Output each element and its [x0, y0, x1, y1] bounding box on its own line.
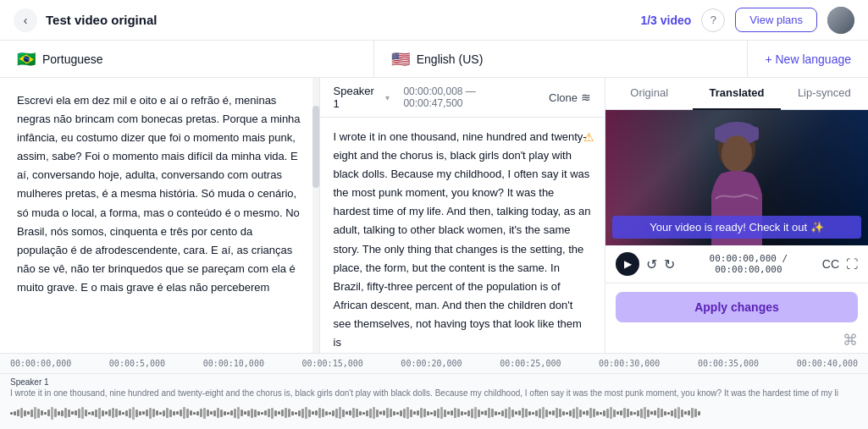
waveform-bar: [440, 407, 443, 419]
view-plans-button[interactable]: View plans: [735, 8, 817, 32]
timeline-ruler: 00:00:00,000 00:00:5,000 00:00:10,000 00…: [0, 354, 868, 374]
waveform-bar: [508, 407, 511, 419]
help-button[interactable]: ?: [701, 8, 725, 32]
source-flag: 🇧🇷: [17, 50, 36, 69]
waveform-bar: [627, 409, 629, 417]
play-button[interactable]: ▶: [616, 252, 639, 276]
waveform-bar: [308, 410, 311, 417]
waveform-bar: [166, 408, 169, 418]
main-content: Escrevi ela em dez mil e oito e aí o ref…: [0, 78, 868, 353]
waveform-bar: [251, 409, 253, 418]
waveform-bar: [288, 409, 290, 417]
waveform-bar: [169, 410, 172, 417]
forward-button[interactable]: ↻: [664, 256, 675, 272]
waveform-bar: [163, 410, 165, 416]
waveform-bar: [474, 407, 477, 419]
waveform-bar: [81, 407, 84, 419]
waveform-bar: [522, 408, 524, 418]
waveform-bar: [569, 410, 572, 416]
waveform-bar: [240, 410, 243, 416]
source-text-panel[interactable]: Escrevi ela em dez mil e oito e aí o ref…: [0, 78, 320, 353]
waveform-bar: [58, 411, 60, 415]
waveform-bar: [47, 410, 50, 416]
waveform-bar: [698, 411, 700, 415]
waveform-bar: [390, 409, 392, 417]
waveform-bar: [457, 409, 460, 417]
waveform-bar: [54, 409, 57, 417]
waveform-bars: [10, 401, 858, 425]
waveform-bar: [261, 412, 263, 415]
waveform-bar: [427, 411, 429, 415]
apply-changes-button[interactable]: Apply changes: [616, 292, 858, 322]
clone-label: Clone: [549, 91, 578, 104]
waveform-bar: [400, 410, 402, 416]
video-controls: ▶ ↺ ↻ 00:00:00,000 / 00:00:00,000 CC ⛶: [605, 245, 868, 283]
ruler-mark-2: 00:00:10,000: [203, 359, 264, 368]
waveform-bar: [98, 408, 101, 419]
waveform-bar: [217, 408, 219, 418]
waveform-bar: [667, 412, 670, 415]
waveform-bar: [671, 410, 673, 416]
waveform-bar: [356, 409, 358, 417]
waveform-bar: [393, 411, 395, 415]
waveform-bar: [207, 410, 209, 416]
tab-original[interactable]: Original: [605, 78, 693, 110]
waveform-bar: [105, 411, 108, 415]
avatar[interactable]: [827, 7, 854, 34]
waveform-bar: [51, 407, 53, 420]
waveform-bar: [633, 412, 636, 415]
fullscreen-button[interactable]: ⛶: [846, 257, 858, 271]
video-placeholder: Your video is ready! Check it out ✨: [605, 110, 868, 245]
clone-button[interactable]: Clone ≋: [549, 91, 591, 104]
new-language-button[interactable]: + New language: [748, 52, 868, 66]
timeline[interactable]: 00:00:00,000 00:00:5,000 00:00:10,000 00…: [0, 353, 868, 429]
waveform-bar: [41, 410, 43, 415]
tab-translated[interactable]: Translated: [693, 78, 780, 110]
waveform-bar: [471, 409, 473, 418]
waveform-bar: [213, 410, 216, 416]
back-button[interactable]: ‹: [14, 8, 37, 32]
page-title: Test video original: [46, 13, 157, 27]
timeline-speaker-label: Speaker 1: [10, 377, 858, 387]
speaker-selector[interactable]: Speaker 1 ▾: [334, 85, 390, 110]
waveform-bar: [444, 410, 446, 417]
waveform-bar: [78, 409, 80, 418]
waveform-bar: [437, 409, 440, 418]
waveform-bar: [606, 409, 609, 418]
waveform-bar: [677, 407, 680, 419]
waveform-bar: [227, 412, 229, 415]
waveform-bar: [518, 410, 521, 415]
waveform-bar: [376, 410, 379, 417]
waveform-bar: [640, 409, 643, 418]
waveform-bar: [352, 408, 355, 418]
waveform-bar: [661, 409, 663, 417]
waveform-bar: [403, 409, 406, 418]
waveform-bar: [366, 410, 368, 416]
waveform-bar: [559, 409, 561, 417]
rewind-button[interactable]: ↺: [646, 256, 657, 272]
waveform-bar: [488, 408, 490, 418]
waveform-bar: [596, 411, 599, 415]
waveform-bar: [654, 410, 656, 415]
waveform-bar: [108, 410, 111, 416]
waveform-bar: [681, 410, 683, 417]
waveform-bar: [362, 412, 365, 415]
waveform-bar: [603, 410, 605, 416]
ruler-mark-7: 00:00:35,000: [698, 359, 759, 368]
waveform-bar: [542, 407, 545, 419]
waveform-bar: [152, 409, 155, 417]
waveform-bar: [122, 412, 124, 415]
waveform-bar: [373, 407, 375, 419]
translated-text-container[interactable]: ⚠ I wrote it in one thousand, nine hundr…: [320, 118, 605, 353]
cc-button[interactable]: CC: [822, 257, 839, 271]
tab-lip-synced[interactable]: Lip-synced: [781, 78, 868, 110]
waveform-bar: [406, 407, 409, 419]
waveform-bar: [17, 410, 19, 416]
waveform-bar: [515, 411, 517, 415]
waveform-bar: [37, 409, 40, 418]
source-language-section: 🇧🇷 Portuguese: [0, 41, 374, 77]
waveform-bar: [383, 410, 385, 415]
waveform-bar: [88, 412, 91, 415]
waveform-bar: [511, 410, 514, 417]
translated-text: I wrote it in one thousand, nine hundred…: [334, 128, 592, 352]
